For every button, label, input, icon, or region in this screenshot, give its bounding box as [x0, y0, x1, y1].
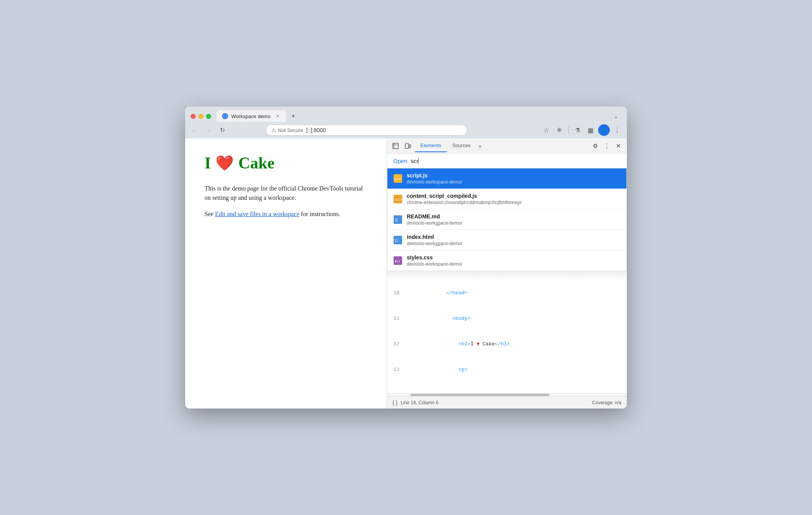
browser-tab[interactable]: 🌐 Workspace demo × [217, 110, 286, 122]
svg-rect-0 [393, 143, 398, 149]
title-bar: 🌐 Workspace demo × + ⌄ [185, 106, 627, 122]
devtools-more-icon[interactable]: ⋮ [601, 141, 612, 151]
tab-elements[interactable]: Elements [415, 139, 447, 152]
devtools-actions: ⚙ ⋮ ✕ [590, 141, 624, 151]
svg-text:☰: ☰ [395, 218, 398, 222]
heading-i: I [205, 154, 211, 172]
file-result-info-readme: README.md devtools-workspace-demo/ [407, 213, 462, 226]
page-description: This is the demo page for the official C… [205, 184, 367, 203]
open-file-space [408, 158, 410, 164]
forward-button[interactable]: → [203, 125, 214, 136]
tab-menu-button[interactable]: ⌄ [611, 111, 621, 122]
file-result-path-stylescss: devtools-workspace-demo/ [407, 261, 462, 267]
workspace-link[interactable]: Edit and save files in a workspace [215, 211, 299, 217]
file-result-name-indexhtml: index.html [407, 234, 462, 240]
file-result-name-contentscript: content_script_compiled.js [407, 193, 521, 199]
minimize-window-button[interactable] [198, 114, 203, 119]
code-area: 10 </head> 11 <body> 12 [387, 271, 627, 393]
file-icon-js: </> [394, 174, 402, 183]
open-file-input[interactable]: scr [411, 158, 621, 164]
bookmark-icon[interactable]: ☆ [540, 124, 552, 136]
heading-heart: ❤️ [215, 154, 234, 172]
file-result-readme[interactable]: ☰ README.md devtools-workspace-demo/ [387, 209, 626, 230]
sidebar-toggle-icon[interactable]: ▦ [585, 124, 597, 136]
file-icon-html: ☰ [394, 236, 402, 244]
svg-text:☰: ☰ [395, 239, 398, 243]
security-indicator: ⚠ Not Secure [272, 127, 303, 133]
file-result-info-scriptjs: script.js devtools-workspace-demo/ [407, 172, 462, 185]
menu-icon[interactable]: ⋮ [611, 124, 623, 136]
page-content: I ❤️ Cake This is the demo page for the … [185, 138, 387, 409]
line-number-11: 11 [390, 314, 404, 323]
file-result-path-indexhtml: devtools-workspace-demo/ [407, 241, 462, 246]
toolbar-divider [568, 126, 569, 134]
svg-rect-4 [409, 145, 411, 148]
svg-rect-3 [405, 144, 409, 148]
file-result-name-stylescss: styles.css [407, 254, 462, 261]
inspect-tool-icon[interactable] [390, 141, 401, 151]
more-tabs-button[interactable]: » [476, 141, 484, 151]
tab-favicon: 🌐 [222, 113, 228, 119]
svg-text:#{}: #{} [395, 260, 400, 263]
tab-close-button[interactable]: × [275, 113, 281, 119]
address-bar-row: ← → ↻ ⚠ Not Secure [::]:8000 ☆ ※ ⚗ ▦ 👤 ⋮ [185, 122, 627, 138]
warning-icon: ⚠ [272, 127, 276, 133]
devtools-panel: Elements Sources » ⚙ ⋮ ✕ [387, 138, 627, 409]
devtools-close-icon[interactable]: ✕ [613, 141, 624, 151]
address-url: [::]:8000 [306, 127, 326, 133]
status-position: Line 16, Column 6 [401, 400, 438, 405]
devtools-settings-icon[interactable]: ⚙ [590, 141, 600, 151]
not-secure-label: Not Secure [278, 127, 303, 133]
device-tool-icon[interactable] [403, 141, 413, 151]
new-tab-button[interactable]: + [288, 111, 299, 122]
file-result-scriptjs[interactable]: </> script.js devtools-workspace-demo/ [387, 168, 626, 189]
maximize-window-button[interactable] [206, 114, 211, 119]
code-line-11: 11 <body> [387, 306, 627, 331]
tab-sources[interactable]: Sources [447, 139, 476, 152]
code-lines: 10 </head> 11 <body> 12 [387, 280, 627, 383]
line-number-12: 12 [390, 340, 404, 348]
line-content-12: <h1>I ♥ Cake</h1> [404, 331, 624, 357]
file-result-contentscript[interactable]: </> content_script_compiled.js chrome-ex… [387, 189, 626, 209]
devtools-tabs: Elements Sources » [415, 139, 588, 152]
file-result-indexhtml[interactable]: ☰ index.html devtools-workspace-demo/ [387, 230, 626, 251]
file-result-info-indexhtml: index.html devtools-workspace-demo/ [407, 234, 462, 246]
line-number-13: 13 [390, 366, 404, 374]
back-button[interactable]: ← [189, 125, 200, 136]
open-file-container: Open scr [387, 154, 627, 168]
extension-icon[interactable]: ※ [554, 124, 565, 136]
code-fade [387, 271, 627, 280]
file-result-info-stylescss: styles.css devtools-workspace-demo/ [407, 254, 462, 267]
scrollbar-thumb[interactable] [410, 394, 549, 396]
text-cursor [418, 158, 419, 164]
file-result-info-contentscript: content_script_compiled.js chrome-extens… [407, 193, 521, 205]
reload-button[interactable]: ↻ [217, 125, 228, 136]
format-icon[interactable]: { } [392, 400, 397, 406]
file-icon-css: #{} [394, 256, 402, 265]
flask-icon[interactable]: ⚗ [572, 124, 583, 136]
line-content-11: <body> [404, 306, 624, 331]
tab-controls-right: ⌄ [611, 111, 621, 122]
horizontal-scrollbar[interactable] [387, 393, 627, 396]
page-instructions: See Edit and save files in a workspace f… [205, 209, 367, 219]
content-area: I ❤️ Cake This is the demo page for the … [185, 138, 627, 409]
file-results-list: </> script.js devtools-workspace-demo/ <… [387, 168, 627, 271]
file-result-stylescss[interactable]: #{} styles.css devtools-workspace-demo/ [387, 251, 626, 271]
code-line-12: 12 <h1>I ♥ Cake</h1> [387, 331, 627, 357]
code-line-10: 10 </head> [387, 280, 627, 306]
close-window-button[interactable] [191, 114, 196, 119]
file-result-path-contentscript: chrome-extension://noondiphcddnnabmjcihc… [407, 200, 521, 205]
tab-title: Workspace demo [231, 113, 272, 119]
status-left: { } Line 16, Column 6 [392, 400, 439, 406]
file-icon-md: ☰ [394, 215, 402, 224]
file-result-path-scriptjs: devtools-workspace-demo/ [407, 179, 462, 185]
heading-cake: Cake [238, 154, 274, 172]
file-result-path-readme: devtools-workspace-demo/ [407, 220, 462, 226]
open-file-search[interactable]: Open scr [387, 154, 627, 168]
traffic-lights [191, 114, 211, 119]
profile-icon[interactable]: 👤 [598, 124, 610, 136]
file-result-name-scriptjs: script.js [407, 172, 462, 179]
address-bar[interactable]: ⚠ Not Secure [::]:8000 [266, 125, 467, 136]
line-content-10: </head> [404, 280, 624, 306]
line-number-10: 10 [390, 289, 404, 297]
